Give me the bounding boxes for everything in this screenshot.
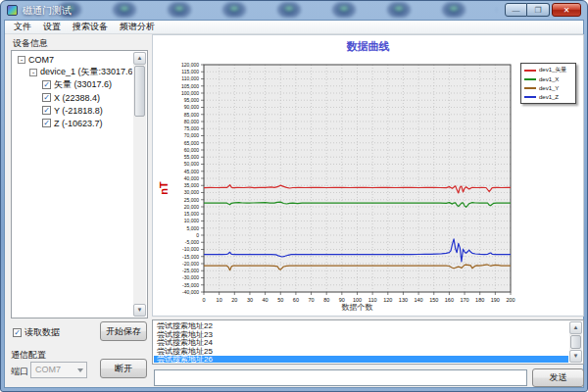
- y-tick-label: 90,000: [184, 104, 200, 110]
- start-save-button[interactable]: 开始保存: [100, 321, 147, 341]
- app-window: 磁通门测试 — ❐ ✕ 文件 设置 搜索设备 频谱分析 设备信息 - COM7 …: [0, 0, 588, 392]
- y-tick-label: 110,000: [181, 75, 199, 81]
- menu-settings[interactable]: 设置: [37, 20, 67, 34]
- legend-label: dev1_Y: [539, 85, 559, 91]
- tree-node-device1-label: device_1 (矢量:33017.6): [40, 66, 132, 78]
- scroll-down-icon[interactable]: ▼: [569, 350, 582, 363]
- y-tick-label: 115,000: [181, 69, 199, 74]
- log-scrollbar[interactable]: ▲ ▼: [569, 321, 582, 363]
- checkbox-vector[interactable]: ✓: [42, 80, 51, 89]
- send-button[interactable]: 发送: [532, 368, 584, 387]
- log-item[interactable]: 尝试搜索地址24: [154, 339, 568, 348]
- y-tick-label: -10,000: [182, 246, 199, 252]
- tree-node-vector-label: 矢量 (33017.6): [54, 78, 112, 91]
- y-tick-label: 25,000: [184, 197, 200, 203]
- legend-line-icon: [524, 96, 536, 98]
- send-input[interactable]: [154, 369, 527, 386]
- port-label: 端口: [11, 366, 28, 378]
- tree-scrollbar-thumb[interactable]: [134, 66, 145, 117]
- checkbox-z[interactable]: ✓: [42, 119, 51, 127]
- y-tick-label: 5,000: [186, 225, 199, 231]
- port-combobox-value: COM7: [35, 365, 61, 374]
- tree-node-x[interactable]: ✓ X (22388.4): [42, 91, 132, 104]
- y-tick-label: -30,000: [182, 274, 199, 280]
- y-tick-label: 105,000: [181, 83, 199, 89]
- app-icon: [7, 5, 18, 16]
- log-item[interactable]: 尝试搜索地址23: [154, 331, 568, 340]
- tree-node-device1[interactable]: - device_1 (矢量:33017.6): [29, 66, 132, 78]
- legend-label: dev1_X: [539, 76, 559, 82]
- legend-label: dev1_矢量: [539, 66, 566, 74]
- legend-line-icon: [524, 87, 536, 89]
- y-tick-label: 100,000: [181, 90, 199, 96]
- checkbox-x[interactable]: ✓: [42, 93, 51, 102]
- menu-spectrum-analysis[interactable]: 频谱分析: [114, 20, 161, 34]
- menu-bar: 文件 设置 搜索设备 频谱分析: [5, 21, 583, 34]
- y-tick-label: -15,000: [182, 254, 199, 260]
- y-tick-label: 30,000: [184, 189, 200, 195]
- close-button[interactable]: ✕: [552, 3, 581, 17]
- log-item[interactable]: 尝试搜索地址22: [154, 322, 568, 331]
- log-listbox: 尝试搜索地址22 尝试搜索地址23 尝试搜索地址24 尝试搜索地址25 尝试搜索…: [152, 319, 584, 365]
- maximize-icon: ❐: [534, 6, 541, 15]
- title-bar[interactable]: 磁通门测试 — ❐ ✕: [1, 1, 587, 20]
- y-tick-label: 65,000: [184, 140, 200, 146]
- device-info-title: 设备信息: [13, 37, 48, 50]
- y-tick-label: 40,000: [184, 175, 200, 181]
- menu-search-device[interactable]: 搜索设备: [67, 20, 114, 34]
- tree-node-com7[interactable]: - COM7: [18, 53, 132, 66]
- legend-item: dev1_矢量: [524, 66, 572, 74]
- tree-node-y[interactable]: ✓ Y (-21818.8): [42, 104, 132, 117]
- y-tick-label: 75,000: [184, 125, 200, 131]
- tree-node-com7-label: COM7: [28, 55, 54, 65]
- y-tick-label: 60,000: [184, 147, 200, 153]
- y-axis-label: nT: [158, 181, 170, 194]
- legend-label: dev1_Z: [539, 94, 559, 100]
- chevron-down-icon: [77, 368, 83, 372]
- tree-node-vector[interactable]: ✓ 矢量 (33017.6): [42, 78, 132, 91]
- desktop-icons-blur: [42, 2, 497, 18]
- tree-node-z[interactable]: ✓ Z (-10623.7): [42, 117, 132, 129]
- menu-file[interactable]: 文件: [8, 20, 37, 34]
- y-tick-label: 85,000: [184, 112, 200, 118]
- log-list: 尝试搜索地址22 尝试搜索地址23 尝试搜索地址24 尝试搜索地址25 尝试搜索…: [154, 322, 568, 363]
- y-tick-label: -20,000: [182, 261, 199, 267]
- scroll-up-icon[interactable]: ▲: [133, 52, 146, 65]
- comm-config-title: 通信配置: [11, 349, 46, 362]
- client-area: 文件 设置 搜索设备 频谱分析 设备信息 - COM7 - device_1 (…: [4, 20, 584, 388]
- y-tick-label: 70,000: [184, 132, 200, 138]
- legend-line-icon: [524, 70, 536, 72]
- y-tick-label: 15,000: [184, 211, 200, 217]
- minimize-button[interactable]: —: [505, 3, 527, 17]
- disconnect-button[interactable]: 断开: [100, 359, 147, 378]
- y-tick-label: -35,000: [182, 282, 199, 288]
- port-combobox[interactable]: COM7: [30, 362, 87, 378]
- scroll-up-icon[interactable]: ▲: [569, 321, 582, 334]
- legend-line-icon: [524, 78, 536, 80]
- y-tick-label: 80,000: [184, 119, 200, 124]
- log-item-selected[interactable]: 尝试搜索地址26: [154, 356, 568, 363]
- maximize-button[interactable]: ❐: [527, 3, 550, 17]
- y-tick-label: 55,000: [184, 154, 200, 160]
- collapse-icon[interactable]: -: [29, 69, 37, 76]
- y-tick-label: 0: [196, 232, 199, 238]
- checkbox-y[interactable]: ✓: [42, 106, 51, 115]
- log-item[interactable]: 尝试搜索地址25: [154, 348, 568, 357]
- window-title: 磁通门测试: [23, 4, 72, 18]
- window-controls: — ❐ ✕: [505, 3, 581, 17]
- y-tick-label: 20,000: [184, 204, 200, 210]
- tree-node-x-label: X (22388.4): [54, 93, 100, 103]
- chart-legend: dev1_矢量 dev1_X dev1_Y dev1_Z: [520, 63, 576, 104]
- collapse-icon[interactable]: -: [18, 56, 25, 64]
- read-data-checkbox[interactable]: ✓: [13, 328, 22, 337]
- y-tick-label: -25,000: [182, 268, 199, 273]
- tree-scrollbar[interactable]: ▲ ▼: [133, 52, 146, 317]
- read-data-label: 读取数据: [24, 326, 60, 339]
- device-tree-content: - COM7 - device_1 (矢量:33017.6) ✓ 矢量 (330…: [13, 53, 132, 317]
- y-tick-label: 120,000: [181, 62, 199, 68]
- tree-node-z-label: Z (-10623.7): [54, 119, 103, 128]
- read-data-row[interactable]: ✓ 读取数据: [13, 326, 60, 339]
- log-scrollbar-thumb[interactable]: [570, 335, 581, 349]
- x-axis-label: 数据个数: [204, 302, 511, 313]
- scroll-down-icon[interactable]: ▼: [133, 304, 146, 317]
